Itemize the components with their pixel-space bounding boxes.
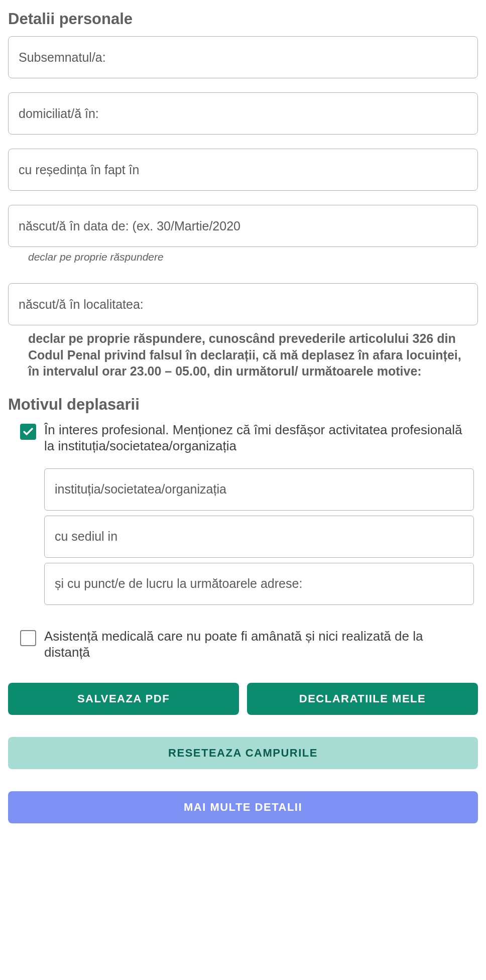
primary-button-row: SALVEAZA PDF DECLARATIILE MELE [8, 683, 478, 715]
medical-checkbox[interactable] [20, 630, 36, 646]
personal-details-title: Detalii personale [8, 10, 478, 28]
medical-reason-label: Asistență medicală care nu poate fi amân… [44, 628, 466, 661]
more-details-button[interactable]: MAI MULTE DETALII [8, 791, 478, 823]
address-input[interactable] [8, 92, 478, 135]
reason-title: Motivul deplasarii [8, 396, 478, 414]
tertiary-button-row: MAI MULTE DETALII [8, 791, 478, 823]
name-input[interactable] [8, 36, 478, 78]
reset-fields-button[interactable]: RESETEAZA CAMPURILE [8, 737, 478, 769]
legal-declaration-text: declar pe proprie răspundere, cunoscând … [8, 330, 478, 380]
hq-input[interactable] [44, 516, 474, 558]
check-icon [22, 426, 34, 438]
professional-checkbox[interactable] [20, 424, 36, 440]
professional-details-group [8, 468, 478, 610]
organization-input[interactable] [44, 468, 474, 511]
birthplace-input[interactable] [8, 283, 478, 325]
save-pdf-button[interactable]: SALVEAZA PDF [8, 683, 239, 715]
reason-medical-row: Asistență medicală care nu poate fi amân… [8, 628, 478, 661]
professional-reason-label: În interes profesional. Menționez că îmi… [44, 422, 466, 454]
my-declarations-button[interactable]: DECLARATIILE MELE [247, 683, 478, 715]
residence-input[interactable] [8, 149, 478, 191]
workpoints-input[interactable] [44, 563, 474, 605]
birthdate-input[interactable] [8, 205, 478, 247]
reason-professional-row: În interes profesional. Menționez că îmi… [8, 422, 478, 454]
birthdate-helper: declar pe proprie răspundere [28, 251, 478, 263]
secondary-button-row: RESETEAZA CAMPURILE [8, 737, 478, 769]
